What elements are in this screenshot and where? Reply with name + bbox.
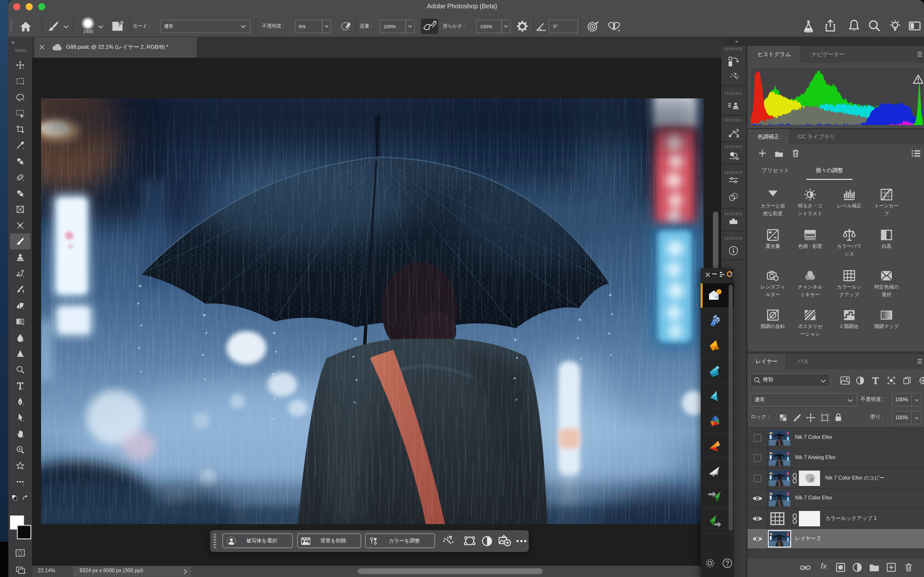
svg-text:»: » (11, 39, 15, 45)
